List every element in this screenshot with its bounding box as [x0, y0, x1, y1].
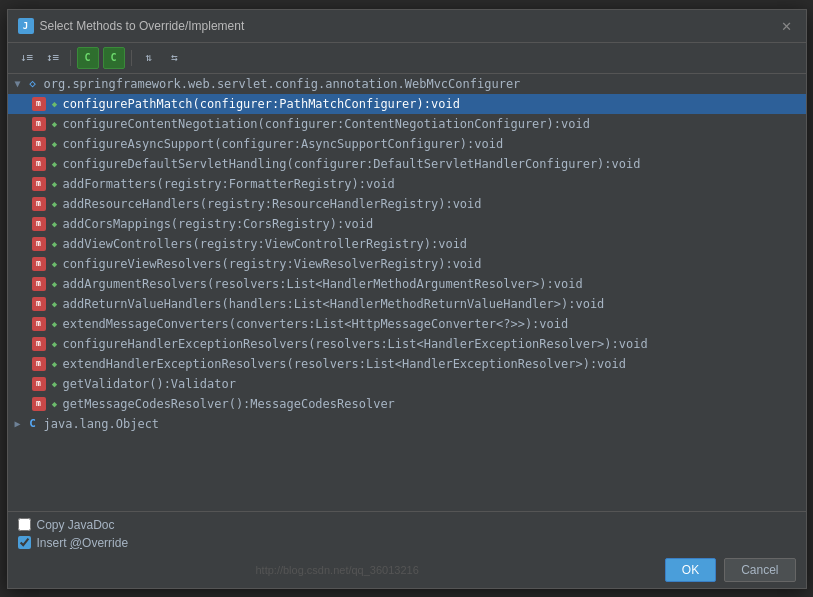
- visibility-icon-15: ◆: [50, 379, 60, 389]
- tree-item-interface-root[interactable]: ▼ ◇ org.springframework.web.servlet.conf…: [8, 74, 806, 94]
- method-icon-8: m: [32, 237, 46, 251]
- method-icon-6: m: [32, 197, 46, 211]
- interface-label: org.springframework.web.servlet.config.a…: [44, 77, 521, 91]
- method-icon-1: m: [32, 97, 46, 111]
- method-label-7: addCorsMappings(registry:CorsRegistry):v…: [63, 217, 374, 231]
- method-label-16: getMessageCodesResolver():MessageCodesRe…: [63, 397, 395, 411]
- tree-item-method-10[interactable]: m ◆ addArgumentResolvers(resolvers:List<…: [8, 274, 806, 294]
- method-icon-7: m: [32, 217, 46, 231]
- tree-item-method-15[interactable]: m ◆ getValidator():Validator: [8, 374, 806, 394]
- cancel-button[interactable]: Cancel: [724, 558, 795, 582]
- collapse-all-button[interactable]: ⇆: [164, 47, 186, 69]
- method-label-11: addReturnValueHandlers(handlers:List<Han…: [63, 297, 605, 311]
- tree-item-method-5[interactable]: m ◆ addFormatters(registry:FormatterRegi…: [8, 174, 806, 194]
- visibility-icon-10: ◆: [50, 279, 60, 289]
- copy-javadoc-row: Copy JavaDoc: [18, 518, 796, 532]
- toolbar-separator-1: [70, 50, 71, 66]
- tree-item-method-8[interactable]: m ◆ addViewControllers(registry:ViewCont…: [8, 234, 806, 254]
- method-label-1: configurePathMatch(configurer:PathMatchC…: [63, 97, 460, 111]
- toolbar-separator-2: [131, 50, 132, 66]
- method-icon-4: m: [32, 157, 46, 171]
- insert-override-label[interactable]: Insert @Override: [37, 536, 129, 550]
- sort-alpha-button[interactable]: ↓≡: [16, 47, 38, 69]
- footer-buttons: http://blog.csdn.net/qq_36013216 OK Canc…: [18, 558, 796, 582]
- insert-override-checkbox[interactable]: [18, 536, 31, 549]
- tree-item-method-14[interactable]: m ◆ extendHandlerExceptionResolvers(reso…: [8, 354, 806, 374]
- visibility-icon-2: ◆: [50, 119, 60, 129]
- visibility-icon-9: ◆: [50, 259, 60, 269]
- method-icon-16: m: [32, 397, 46, 411]
- method-label-13: configureHandlerExceptionResolvers(resol…: [63, 337, 648, 351]
- tree-item-method-3[interactable]: m ◆ configureAsyncSupport(configurer:Asy…: [8, 134, 806, 154]
- method-label-14: extendHandlerExceptionResolvers(resolver…: [63, 357, 627, 371]
- ok-button[interactable]: OK: [665, 558, 716, 582]
- dialog-title: Select Methods to Override/Implement: [40, 19, 245, 33]
- method-icon-15: m: [32, 377, 46, 391]
- method-label-9: configureViewResolvers(registry:ViewReso…: [63, 257, 482, 271]
- visibility-icon-12: ◆: [50, 319, 60, 329]
- expand-icon-object: ▶: [12, 418, 24, 430]
- class-node-icon: C: [26, 417, 40, 431]
- visibility-icon-1: ◆: [50, 99, 60, 109]
- tree-item-method-2[interactable]: m ◆ configureContentNegotiation(configur…: [8, 114, 806, 134]
- footer: Copy JavaDoc Insert @Override http://blo…: [8, 511, 806, 588]
- method-icon-5: m: [32, 177, 46, 191]
- method-icon-14: m: [32, 357, 46, 371]
- title-bar-left: J Select Methods to Override/Implement: [18, 18, 245, 34]
- expand-all-button[interactable]: ⇅: [138, 47, 160, 69]
- select-methods-dialog: J Select Methods to Override/Implement ✕…: [7, 9, 807, 589]
- method-label-2: configureContentNegotiation(configurer:C…: [63, 117, 590, 131]
- method-icon-12: m: [32, 317, 46, 331]
- watermark-text: http://blog.csdn.net/qq_36013216: [18, 564, 657, 576]
- expand-icon-interface: ▼: [12, 78, 24, 90]
- sort-default-button[interactable]: ↕≡: [42, 47, 64, 69]
- footer-checkboxes: Copy JavaDoc Insert @Override: [18, 518, 796, 550]
- tree-item-method-1[interactable]: m ◆ configurePathMatch(configurer:PathMa…: [8, 94, 806, 114]
- method-label-4: configureDefaultServletHandling(configur…: [63, 157, 641, 171]
- method-icon-2: m: [32, 117, 46, 131]
- visibility-icon-8: ◆: [50, 239, 60, 249]
- tree-item-method-6[interactable]: m ◆ addResourceHandlers(registry:Resourc…: [8, 194, 806, 214]
- tree-item-method-4[interactable]: m ◆ configureDefaultServletHandling(conf…: [8, 154, 806, 174]
- copy-javadoc-label[interactable]: Copy JavaDoc: [37, 518, 115, 532]
- method-label-3: configureAsyncSupport(configurer:AsyncSu…: [63, 137, 504, 151]
- method-label-6: addResourceHandlers(registry:ResourceHan…: [63, 197, 482, 211]
- methods-tree: ▼ ◇ org.springframework.web.servlet.conf…: [8, 74, 806, 511]
- method-icon-3: m: [32, 137, 46, 151]
- visibility-icon-13: ◆: [50, 339, 60, 349]
- interface-methods-button[interactable]: C: [77, 47, 99, 69]
- method-icon-10: m: [32, 277, 46, 291]
- visibility-icon-7: ◆: [50, 219, 60, 229]
- toolbar: ↓≡ ↕≡ C C ⇅ ⇆: [8, 43, 806, 74]
- method-icon-13: m: [32, 337, 46, 351]
- method-label-12: extendMessageConverters(converters:List<…: [63, 317, 569, 331]
- tree-item-method-16[interactable]: m ◆ getMessageCodesResolver():MessageCod…: [8, 394, 806, 414]
- method-icon-9: m: [32, 257, 46, 271]
- title-bar: J Select Methods to Override/Implement ✕: [8, 10, 806, 43]
- method-label-8: addViewControllers(registry:ViewControll…: [63, 237, 468, 251]
- tree-item-method-9[interactable]: m ◆ configureViewResolvers(registry:View…: [8, 254, 806, 274]
- method-label-15: getValidator():Validator: [63, 377, 236, 391]
- method-label-5: addFormatters(registry:FormatterRegistry…: [63, 177, 395, 191]
- visibility-icon-3: ◆: [50, 139, 60, 149]
- dialog-icon: J: [18, 18, 34, 34]
- interface-node-icon: ◇: [26, 77, 40, 91]
- visibility-icon-16: ◆: [50, 399, 60, 409]
- insert-override-row: Insert @Override: [18, 536, 796, 550]
- visibility-icon-4: ◆: [50, 159, 60, 169]
- class-methods-button[interactable]: C: [103, 47, 125, 69]
- tree-item-method-11[interactable]: m ◆ addReturnValueHandlers(handlers:List…: [8, 294, 806, 314]
- visibility-icon-6: ◆: [50, 199, 60, 209]
- visibility-icon-5: ◆: [50, 179, 60, 189]
- copy-javadoc-checkbox[interactable]: [18, 518, 31, 531]
- close-button[interactable]: ✕: [778, 16, 796, 36]
- visibility-icon-14: ◆: [50, 359, 60, 369]
- tree-item-object-root[interactable]: ▶ C java.lang.Object: [8, 414, 806, 434]
- object-label: java.lang.Object: [44, 417, 160, 431]
- tree-item-method-7[interactable]: m ◆ addCorsMappings(registry:CorsRegistr…: [8, 214, 806, 234]
- visibility-icon-11: ◆: [50, 299, 60, 309]
- tree-item-method-13[interactable]: m ◆ configureHandlerExceptionResolvers(r…: [8, 334, 806, 354]
- method-icon-11: m: [32, 297, 46, 311]
- method-label-10: addArgumentResolvers(resolvers:List<Hand…: [63, 277, 583, 291]
- tree-item-method-12[interactable]: m ◆ extendMessageConverters(converters:L…: [8, 314, 806, 334]
